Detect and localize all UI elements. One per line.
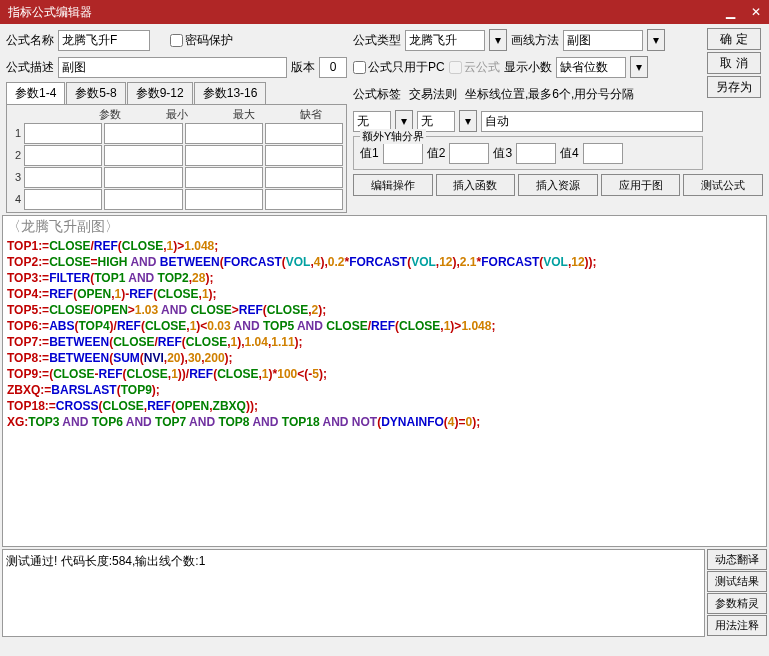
apply-chart-button[interactable]: 应用于图: [601, 174, 681, 196]
tab-params-13-16[interactable]: 参数13-16: [194, 82, 267, 104]
param-col-name: 参数: [76, 107, 143, 122]
label-formula-desc: 公式描述: [6, 59, 54, 76]
tab-params-1-4[interactable]: 参数1-4: [6, 82, 65, 104]
yaxis-v3-input[interactable]: [516, 143, 556, 164]
param-4-name[interactable]: [24, 189, 102, 210]
code-title: 〈龙腾飞升副图〉: [3, 216, 766, 238]
tab-params-5-8[interactable]: 参数5-8: [66, 82, 125, 104]
label-formula-name: 公式名称: [6, 32, 54, 49]
param-2-name[interactable]: [24, 145, 102, 166]
show-decimals-dropdown[interactable]: ▾: [630, 56, 648, 78]
cloud-formula-checkbox: 云公式: [449, 59, 500, 76]
param-4-def[interactable]: [265, 189, 343, 210]
cancel-button[interactable]: 取 消: [707, 52, 761, 74]
label-formula-tag: 公式标签: [353, 86, 405, 103]
param-col-max: 最大: [210, 107, 277, 122]
code-body[interactable]: TOP1:=CLOSE/REF(CLOSE,1)>1.048;TOP2:=CLO…: [3, 238, 766, 430]
window-title: 指标公式编辑器: [8, 4, 92, 21]
label-formula-type: 公式类型: [353, 32, 401, 49]
extra-yaxis-group: 额外Y轴分界 值1 值2 值3 值4: [353, 136, 703, 170]
param-grid: 参数 最小 最大 缺省 1234: [6, 105, 347, 213]
draw-method-dropdown[interactable]: ▾: [647, 29, 665, 51]
test-result-button[interactable]: 测试结果: [707, 571, 767, 592]
param-3-def[interactable]: [265, 167, 343, 188]
label-version: 版本: [291, 59, 315, 76]
edit-op-button[interactable]: 编辑操作: [353, 174, 433, 196]
titlebar: 指标公式编辑器 ▁ ✕: [0, 0, 769, 24]
yaxis-v2-input[interactable]: [449, 143, 489, 164]
param-tabs: 参数1-4 参数5-8 参数9-12 参数13-16: [6, 82, 347, 105]
param-wizard-button[interactable]: 参数精灵: [707, 593, 767, 614]
param-col-min: 最小: [143, 107, 210, 122]
param-3-name[interactable]: [24, 167, 102, 188]
yaxis-v1-input[interactable]: [383, 143, 423, 164]
test-formula-button[interactable]: 测试公式: [683, 174, 763, 196]
close-icon[interactable]: ✕: [747, 5, 765, 19]
yaxis-v4-input[interactable]: [583, 143, 623, 164]
param-1-min[interactable]: [104, 123, 182, 144]
dynamic-translate-button[interactable]: 动态翻译: [707, 549, 767, 570]
trade-rule-dropdown[interactable]: ▾: [459, 110, 477, 132]
param-1-max[interactable]: [185, 123, 263, 144]
code-editor[interactable]: 〈龙腾飞升副图〉 TOP1:=CLOSE/REF(CLOSE,1)>1.048;…: [2, 215, 767, 547]
formula-type-dropdown[interactable]: ▾: [489, 29, 507, 51]
formula-type-input[interactable]: [405, 30, 485, 51]
label-show-decimals: 显示小数: [504, 59, 552, 76]
coord-line-input[interactable]: [481, 111, 703, 132]
show-decimals-input[interactable]: [556, 57, 626, 78]
param-3-max[interactable]: [185, 167, 263, 188]
usage-comment-button[interactable]: 用法注释: [707, 615, 767, 636]
status-message: 测试通过! 代码长度:584,输出线个数:1: [2, 549, 705, 637]
formula-name-input[interactable]: [58, 30, 150, 51]
ok-button[interactable]: 确 定: [707, 28, 761, 50]
param-4-max[interactable]: [185, 189, 263, 210]
minimize-icon[interactable]: ▁: [722, 5, 739, 19]
insert-res-button[interactable]: 插入资源: [518, 174, 598, 196]
param-col-def: 缺省: [277, 107, 344, 122]
formula-desc-input[interactable]: [58, 57, 287, 78]
param-2-max[interactable]: [185, 145, 263, 166]
param-4-min[interactable]: [104, 189, 182, 210]
param-1-def[interactable]: [265, 123, 343, 144]
password-protect-checkbox[interactable]: 密码保护: [170, 32, 233, 49]
param-3-min[interactable]: [104, 167, 182, 188]
saveas-button[interactable]: 另存为: [707, 76, 761, 98]
pc-only-checkbox[interactable]: 公式只用于PC: [353, 59, 445, 76]
tab-params-9-12[interactable]: 参数9-12: [127, 82, 193, 104]
label-coord-line: 坐标线位置,最多6个,用分号分隔: [465, 86, 634, 103]
form-area: 公式名称 密码保护 公式描述 版本 参数1-4 参数5-8 参数9-12 参数1…: [0, 24, 769, 215]
version-input[interactable]: [319, 57, 347, 78]
label-draw-method: 画线方法: [511, 32, 559, 49]
insert-fn-button[interactable]: 插入函数: [436, 174, 516, 196]
draw-method-input[interactable]: [563, 30, 643, 51]
param-2-min[interactable]: [104, 145, 182, 166]
label-trade-rule: 交易法则: [409, 86, 461, 103]
param-1-name[interactable]: [24, 123, 102, 144]
extra-yaxis-legend: 额外Y轴分界: [360, 129, 426, 144]
param-2-def[interactable]: [265, 145, 343, 166]
